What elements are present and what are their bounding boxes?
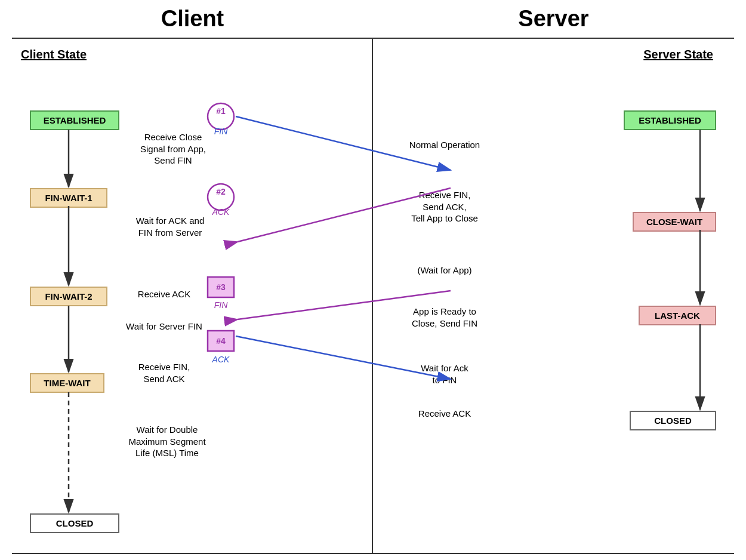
server-title: Server: [373, 6, 734, 32]
client-state-heading: Client State: [21, 48, 363, 61]
client-ann-receive-ack: Receive ACK: [110, 288, 218, 300]
fin-wait-1-box: FIN-WAIT-1: [30, 188, 107, 208]
client-ann-wait-msl: Wait for DoubleMaximum SegmentLife (MSL)…: [104, 424, 230, 459]
client-ann-receive-close: Receive CloseSignal from App,Send FIN: [113, 131, 233, 167]
server-state-heading: Server State: [382, 48, 725, 61]
client-ann-wait-ack-fin: Wait for ACK andFIN from Server: [110, 215, 230, 238]
client-ann-receive-fin-send-ack: Receive FIN,Send ACK: [110, 361, 218, 384]
srv-ann-wait-ack-fin: Wait for Ackto FIN: [379, 362, 510, 386]
srv-ann-receive-ack: Receive ACK: [379, 408, 510, 420]
client-closed-box: CLOSED: [30, 513, 119, 533]
fin-wait-2-box: FIN-WAIT-2: [30, 287, 107, 306]
last-ack-box: LAST-ACK: [639, 306, 716, 325]
main-container: Client Server Client State ESTABLISHED F…: [0, 0, 746, 560]
diagram-row: Client State ESTABLISHED FIN-WAIT-1 FIN-…: [12, 38, 734, 554]
client-panel: Client State ESTABLISHED FIN-WAIT-1 FIN-…: [12, 39, 373, 553]
client-ann-wait-server-fin: Wait for Server FIN: [104, 321, 224, 333]
client-title: Client: [12, 6, 373, 32]
time-wait-box: TIME-WAIT: [30, 373, 104, 393]
client-established-box: ESTABLISHED: [30, 110, 119, 130]
server-closed-box: CLOSED: [630, 411, 716, 430]
titles-row: Client Server: [12, 6, 734, 32]
srv-ann-wait-for-app: (Wait for App): [379, 264, 510, 276]
srv-ann-normal-op: Normal Operation: [379, 139, 510, 151]
srv-ann-app-ready: App is Ready toClose, Send FIN: [379, 306, 510, 329]
srv-ann-receive-fin-send-ack: Receive FIN,Send ACK,Tell App to Close: [379, 189, 510, 224]
server-panel: Server State ESTABLISHED CLOSE-WAIT LAST…: [373, 39, 734, 553]
close-wait-box: CLOSE-WAIT: [633, 212, 716, 232]
server-established-box: ESTABLISHED: [624, 110, 716, 130]
